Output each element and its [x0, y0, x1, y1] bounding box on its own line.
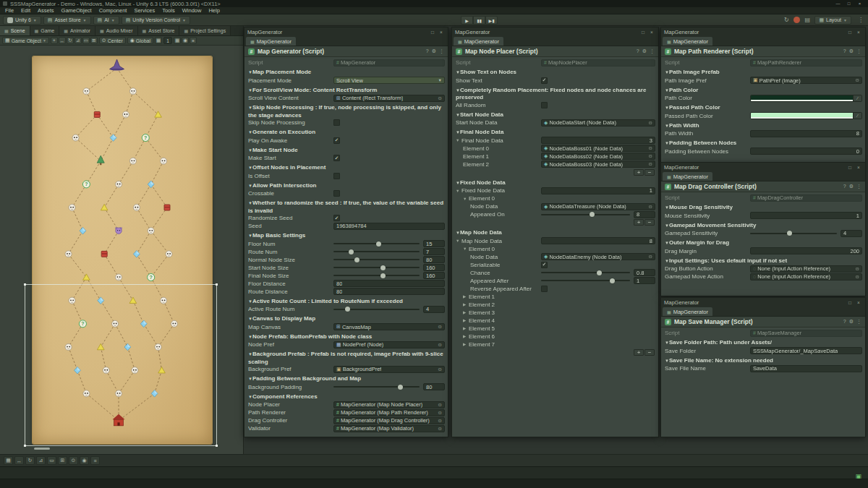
help-icon[interactable]: ?: [637, 48, 639, 54]
window-titlebar[interactable]: MapGenerator□×: [661, 27, 865, 37]
remove-element-button[interactable]: −: [644, 169, 655, 176]
object-field[interactable]: ▦NodePref (Node)⊙: [333, 341, 445, 348]
object-field[interactable]: #MapGenerator (Map Node Placer)⊙: [333, 401, 445, 408]
component-header[interactable]: #Map Save Manager (Script)?⚙⋮: [661, 317, 865, 328]
section-header[interactable]: ▼Show Text on Nodes: [456, 69, 655, 77]
text-input[interactable]: 1963894784: [333, 223, 445, 230]
object-picker-icon[interactable]: ⊙: [438, 426, 442, 432]
slider-number-field[interactable]: 1: [634, 277, 655, 284]
close-button[interactable]: ×: [855, 300, 862, 305]
array-size-field[interactable]: 1: [541, 187, 655, 194]
section-header[interactable]: ▼Input Settings: Uses default input if n…: [665, 257, 862, 265]
presets-icon[interactable]: ⚙: [849, 48, 854, 54]
menu-assets[interactable]: Assets: [34, 7, 58, 14]
foldout-caret-icon[interactable]: ▼: [463, 247, 467, 251]
object-field[interactable]: #MapGenerator (Map Drag Controller)⊙: [333, 417, 445, 424]
object-picker-icon[interactable]: ⊙: [649, 161, 652, 167]
object-field[interactable]: ◈NodeDataBoss03 (Node Data)⊙: [541, 160, 655, 168]
help-icon[interactable]: ?: [426, 48, 429, 54]
rotate-tool[interactable]: ↻: [25, 456, 35, 465]
maximize-button[interactable]: □: [639, 30, 647, 35]
color-field[interactable]: ∕: [750, 112, 862, 119]
foldout-caret-icon[interactable]: ▼: [456, 138, 460, 142]
section-header[interactable]: ▼Node Prefab: ButtonPrefab with Node cla…: [248, 333, 445, 341]
object-picker-icon[interactable]: ⊙: [438, 342, 442, 348]
menu-tools[interactable]: Tools: [158, 7, 179, 14]
slider-handle[interactable]: [610, 278, 615, 283]
section-header[interactable]: ▼Final Node Data: [456, 129, 655, 137]
presets-icon[interactable]: ⚙: [849, 184, 854, 189]
slider-handle[interactable]: [380, 265, 386, 270]
pivot-tool[interactable]: ⊙: [69, 456, 78, 465]
map-scrollbar-handle[interactable]: [34, 448, 50, 450]
menu-gameobject[interactable]: GameObject: [58, 7, 95, 14]
slider-track[interactable]: [750, 233, 837, 234]
text-input[interactable]: SSSMapGenerator/_MapSaveData: [750, 347, 862, 354]
section-header[interactable]: ▼Component References: [248, 393, 445, 401]
object-field[interactable]: ▣PathPref (Image)⊙: [750, 77, 862, 84]
grid-snap-icon[interactable]: ▦: [155, 37, 162, 44]
add-element-button[interactable]: +: [634, 169, 644, 176]
scene-viewport[interactable]: ????: [0, 46, 243, 454]
more-tool[interactable]: ≡: [190, 37, 197, 44]
dock-tab-scene[interactable]: ▦Scene: [0, 26, 30, 35]
section-header[interactable]: ▼Outer Margin for Drag: [665, 239, 862, 247]
section-header[interactable]: ▼Save Folder Path: Path under Assets/: [665, 339, 862, 347]
checkbox[interactable]: [541, 286, 548, 292]
slider-track[interactable]: [333, 251, 420, 252]
grid-tool[interactable]: ▦: [4, 456, 13, 465]
slider-track[interactable]: [333, 386, 420, 388]
section-header[interactable]: ▼Generate on Execution: [248, 129, 445, 137]
section-header[interactable]: ▼Allow Path Intersection: [248, 182, 445, 190]
slider-handle[interactable]: [345, 307, 350, 312]
kebab-menu-icon[interactable]: ⋮: [856, 184, 861, 189]
unity-version-button[interactable]: Unity 6 ▼: [3, 16, 41, 25]
object-picker-icon[interactable]: ⊙: [856, 274, 859, 280]
rect-tool[interactable]: ▭: [47, 456, 56, 465]
snap-tool[interactable]: ◉: [182, 37, 189, 44]
dropdown-field[interactable]: Scroll View▼: [333, 77, 445, 84]
slider-number-field[interactable]: 160: [423, 272, 445, 279]
number-field[interactable]: 200: [750, 247, 862, 254]
foldout-caret-icon[interactable]: ▶: [463, 310, 467, 314]
checkbox[interactable]: ✓: [333, 137, 340, 144]
object-field[interactable]: ◈NodeDataTreasure (Node Data)⊙: [541, 203, 655, 210]
menu-component[interactable]: Component: [95, 7, 131, 14]
account-avatar[interactable]: [793, 17, 800, 23]
dock-tab-asset-store[interactable]: ▦Asset Store: [138, 26, 180, 35]
array-size-field[interactable]: 8: [541, 237, 655, 244]
slider-number-field[interactable]: 80: [423, 383, 445, 390]
services-icon[interactable]: ▤: [803, 16, 812, 25]
move-tool[interactable]: ↔: [59, 37, 66, 44]
toolbar-button-ai[interactable]: ▤AI▼: [93, 16, 119, 25]
slider-handle[interactable]: [787, 231, 792, 236]
number-field[interactable]: 1: [750, 212, 862, 219]
slider-handle[interactable]: [349, 249, 354, 254]
section-header[interactable]: ▼Map Placement Mode: [248, 69, 445, 77]
section-header[interactable]: ▼Active Route Count : Limited to RouteNu…: [248, 298, 445, 306]
toolbar-button-asset-store[interactable]: ▤Asset Store▼: [43, 16, 91, 25]
object-picker-icon[interactable]: ⊙: [438, 324, 442, 330]
orientation-toggle[interactable]: ◉ Global: [127, 37, 153, 44]
object-picker-icon[interactable]: ⊙: [649, 204, 652, 210]
slider-handle[interactable]: [597, 270, 602, 275]
eyedropper-icon[interactable]: ∕: [853, 95, 861, 101]
step-button[interactable]: ▶▮: [485, 16, 498, 25]
slider-number-field[interactable]: 8: [634, 211, 655, 218]
object-picker-icon[interactable]: ⊙: [438, 402, 442, 408]
scale-tool[interactable]: ⊿: [75, 37, 82, 44]
object-picker-icon[interactable]: ⊙: [438, 410, 442, 416]
maximize-button[interactable]: □: [846, 165, 854, 170]
object-field[interactable]: ◈NodeDataEnemy (Node Data)⊙: [541, 253, 655, 260]
rect-tool[interactable]: ▭: [82, 37, 90, 44]
object-field[interactable]: ◌None (Input Action Reference)⊙: [750, 273, 862, 281]
foldout-caret-icon[interactable]: ▶: [463, 342, 467, 346]
maximize-button[interactable]: □: [846, 30, 854, 35]
foldout-caret-icon[interactable]: ▼: [463, 197, 467, 201]
help-icon[interactable]: ?: [843, 184, 846, 189]
object-field[interactable]: ◌None (Input Action Reference)⊙: [750, 265, 862, 273]
slider-track[interactable]: [333, 259, 420, 260]
slider-track[interactable]: [333, 309, 420, 310]
foldout-caret-icon[interactable]: ▶: [463, 326, 467, 330]
object-field[interactable]: #MapGenerator (Map Validator)⊙: [333, 425, 445, 432]
